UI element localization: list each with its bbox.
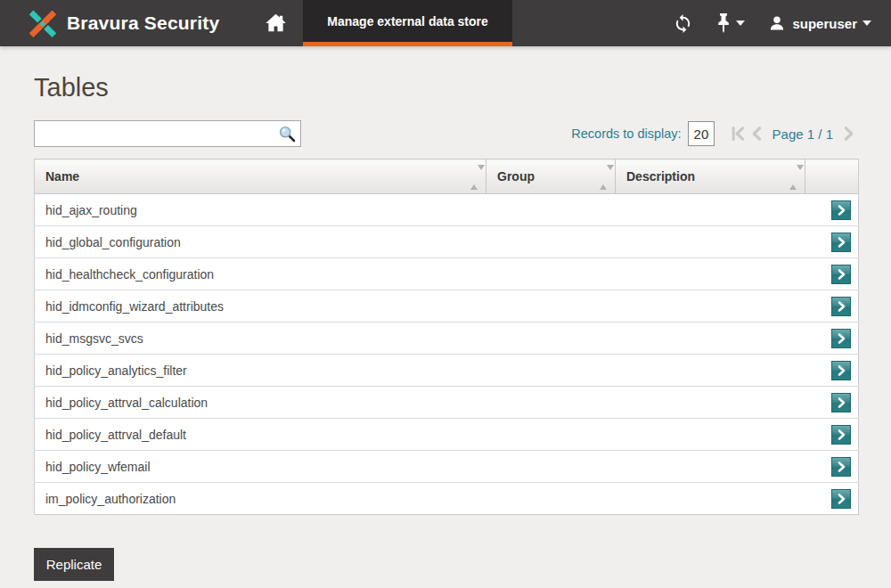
chevron-right-icon xyxy=(838,429,846,440)
table-row: hid_healthcheck_configuration xyxy=(35,258,859,290)
cell-description xyxy=(616,290,805,323)
cell-name: hid_policy_attrval_default xyxy=(35,419,486,451)
cell-description xyxy=(616,419,805,451)
cell-name: hid_policy_attrval_calculation xyxy=(35,387,486,419)
home-tab[interactable] xyxy=(248,0,303,46)
column-header-group[interactable]: Group xyxy=(486,159,616,194)
main-content: Tables Records to display: xyxy=(0,73,891,581)
chevron-right-icon xyxy=(838,301,846,312)
sort-icon xyxy=(470,170,478,184)
chevron-down-icon xyxy=(862,20,871,26)
home-icon xyxy=(264,12,288,35)
cell-name: hid_global_configuration xyxy=(35,226,486,258)
column-header-name[interactable]: Name xyxy=(35,159,486,194)
cell-name: hid_ajax_routing xyxy=(35,194,486,226)
cell-name: im_policy_authorization xyxy=(35,483,486,515)
page-title: Tables xyxy=(34,73,857,102)
cell-group xyxy=(486,226,616,258)
pagination-zone: Records to display: Page 1 / 1 xyxy=(571,121,857,146)
cell-description xyxy=(616,226,805,258)
open-table-button[interactable] xyxy=(831,457,851,477)
cell-description xyxy=(616,451,805,483)
open-table-button[interactable] xyxy=(831,361,851,380)
bravura-logo-icon xyxy=(25,7,61,39)
user-menu-button[interactable]: superuser xyxy=(768,14,871,32)
cell-description xyxy=(616,355,805,387)
brand-name: Bravura Security xyxy=(67,12,219,34)
table-header-row: Name Group Description xyxy=(35,159,859,194)
table-row: hid_ajax_routing xyxy=(35,194,859,226)
chevron-right-icon xyxy=(838,494,846,504)
column-header-actions xyxy=(805,159,859,194)
table-row: im_policy_authorization xyxy=(35,483,859,515)
cell-description xyxy=(616,387,805,419)
cell-name: hid_msgsvc_svcs xyxy=(35,323,486,355)
cell-group xyxy=(486,194,616,226)
prev-page-button[interactable] xyxy=(750,126,763,142)
user-name: superuser xyxy=(792,16,857,31)
cell-description xyxy=(616,194,805,226)
refresh-button[interactable] xyxy=(673,13,693,34)
open-table-button[interactable] xyxy=(831,233,851,252)
chevron-right-icon xyxy=(838,237,846,248)
toolbar: Records to display: Page 1 / 1 xyxy=(34,120,857,147)
column-header-description[interactable]: Description xyxy=(616,159,805,194)
sort-icon xyxy=(600,170,608,184)
tables-table: Name Group Description hid_ajax_routingh… xyxy=(34,159,859,515)
user-icon xyxy=(768,14,786,32)
cell-name: hid_policy_wfemail xyxy=(35,451,486,483)
records-label: Records to display: xyxy=(571,127,681,141)
table-row: hid_policy_attrval_default xyxy=(35,419,859,451)
brand: Bravura Security xyxy=(0,0,219,46)
chevron-right-icon xyxy=(838,461,846,472)
table-row: hid_idmconfig_wizard_attributes xyxy=(35,290,859,323)
cell-description xyxy=(616,323,805,355)
cell-group xyxy=(486,387,616,419)
cell-group xyxy=(486,451,616,483)
table-row: hid_global_configuration xyxy=(35,226,859,258)
chevron-right-icon xyxy=(838,365,846,376)
cell-group xyxy=(486,258,616,290)
tab-manage-external-data-store[interactable]: Manage external data store xyxy=(303,0,512,46)
open-table-button[interactable] xyxy=(831,200,851,220)
nav-right: superuser xyxy=(650,0,891,46)
search-input[interactable] xyxy=(34,120,301,147)
records-input[interactable] xyxy=(688,121,715,146)
table-body: hid_ajax_routinghid_global_configuration… xyxy=(35,194,859,515)
first-page-button[interactable] xyxy=(731,126,747,142)
cell-group xyxy=(486,419,616,451)
chevron-right-icon xyxy=(838,333,846,344)
cell-description xyxy=(616,483,805,515)
pin-menu-button[interactable] xyxy=(716,12,745,34)
cell-name: hid_policy_analytics_filter xyxy=(35,355,486,387)
cell-group xyxy=(486,483,616,515)
open-table-button[interactable] xyxy=(831,425,851,445)
cell-name: hid_healthcheck_configuration xyxy=(35,258,486,290)
page-indicator: Page 1 / 1 xyxy=(772,127,833,142)
open-table-button[interactable] xyxy=(831,297,851,316)
chevron-down-icon xyxy=(736,20,745,26)
open-table-button[interactable] xyxy=(831,489,851,509)
pin-icon xyxy=(716,12,731,34)
open-table-button[interactable] xyxy=(831,265,851,284)
chevron-right-icon xyxy=(838,397,846,408)
table-row: hid_msgsvc_svcs xyxy=(35,323,859,355)
chevron-right-icon xyxy=(838,205,846,216)
top-nav: Bravura Security Manage external data st… xyxy=(0,0,891,46)
refresh-icon xyxy=(673,13,693,34)
tab-label: Manage external data store xyxy=(327,14,488,29)
cell-group xyxy=(486,290,616,323)
table-row: hid_policy_wfemail xyxy=(35,451,859,483)
replicate-button[interactable]: Replicate xyxy=(34,548,114,581)
cell-name: hid_idmconfig_wizard_attributes xyxy=(35,290,486,323)
cell-description xyxy=(616,258,805,290)
next-page-button[interactable] xyxy=(843,126,855,142)
table-row: hid_policy_attrval_calculation xyxy=(35,387,859,419)
open-table-button[interactable] xyxy=(831,329,851,348)
open-table-button[interactable] xyxy=(831,393,851,412)
search-box xyxy=(34,120,301,147)
cell-group xyxy=(486,355,616,387)
cell-group xyxy=(486,323,616,355)
table-row: hid_policy_analytics_filter xyxy=(35,355,859,387)
search-icon[interactable] xyxy=(278,125,296,143)
